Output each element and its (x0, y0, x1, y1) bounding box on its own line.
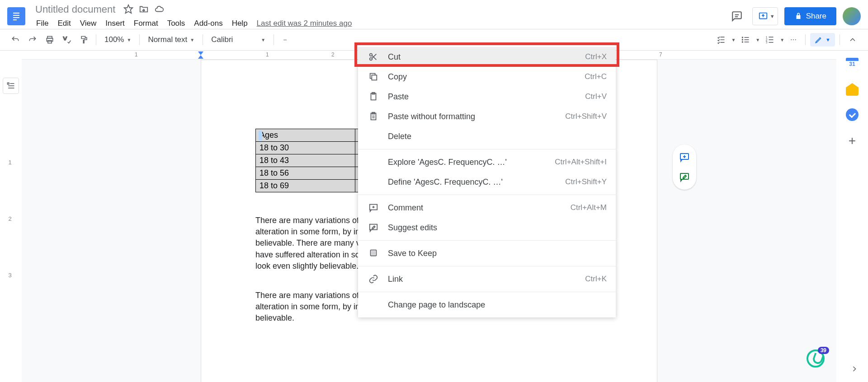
numbered-list-button[interactable]: 123 (762, 33, 778, 47)
context-menu-shortcut: Ctrl+K (585, 275, 607, 284)
context-menu-label: Delete (388, 132, 607, 141)
style-select[interactable]: Normal text▼ (143, 33, 199, 47)
font-decrease-button[interactable]: − (278, 33, 292, 47)
vertical-ruler: 1 2 3 (0, 51, 22, 382)
context-menu: CutCtrl+XCopyCtrl+CPasteCtrl+VPaste with… (358, 44, 616, 317)
bulleted-list-button[interactable] (737, 33, 754, 47)
svg-rect-1 (13, 13, 19, 14)
print-button[interactable] (42, 33, 58, 47)
menu-view[interactable]: View (76, 17, 100, 30)
context-menu-comment[interactable]: CommentCtrl+Alt+M (358, 198, 616, 218)
context-menu-label: Paste without formatting (388, 112, 565, 121)
indent-marker[interactable] (198, 51, 203, 55)
suggest-icon (367, 222, 380, 233)
svg-point-12 (742, 37, 743, 38)
ruler-tick: 1 (5, 159, 14, 166)
docs-icon (11, 10, 21, 23)
more-button[interactable]: ⋯ (786, 33, 801, 47)
context-menu-suggest-edits[interactable]: Suggest edits (358, 218, 616, 238)
grammarly-badge: 39 (818, 347, 829, 354)
editing-mode-button[interactable]: ▼ (810, 33, 835, 47)
context-menu-paste[interactable]: PasteCtrl+V (358, 87, 616, 107)
menu-file[interactable]: File (33, 17, 52, 30)
svg-rect-0 (11, 10, 21, 23)
floating-buttons (673, 144, 696, 190)
paint-format-button[interactable] (76, 33, 92, 47)
title-area: Untitled document File Edit View Insert … (33, 3, 728, 30)
context-menu-copy[interactable]: CopyCtrl+C (358, 67, 616, 87)
keep-icon[interactable] (846, 83, 859, 96)
move-icon[interactable] (139, 4, 149, 15)
document-title[interactable]: Untitled document (33, 3, 118, 16)
share-button[interactable]: Share (784, 7, 836, 25)
chevron-down-icon: ▼ (190, 37, 194, 42)
present-icon (758, 11, 768, 21)
add-addon-button[interactable]: + (849, 134, 856, 148)
collapse-side-panel[interactable] (850, 364, 859, 375)
menu-addons[interactable]: Add-ons (190, 17, 226, 30)
context-menu-shortcut: Ctrl+C (585, 72, 607, 81)
context-menu-label: Explore 'AgesC. FrequencyC. …' (388, 158, 555, 167)
grammarly-widget[interactable]: 39 (807, 349, 826, 369)
checklist-button[interactable] (713, 33, 729, 47)
bullet-dropdown[interactable]: ▼ (755, 37, 760, 42)
docs-logo[interactable] (7, 7, 25, 25)
redo-button[interactable] (24, 33, 41, 47)
menu-insert[interactable]: Insert (102, 17, 128, 30)
calendar-icon[interactable] (846, 58, 859, 70)
menu-tools[interactable]: Tools (164, 17, 189, 30)
context-menu-shortcut: Ctrl+X (585, 52, 607, 61)
font-select[interactable]: Calibri▼ (207, 33, 270, 47)
context-menu-label: Suggest edits (388, 223, 607, 233)
svg-point-13 (742, 39, 743, 40)
blank-icon (367, 157, 380, 168)
menu-edit[interactable]: Edit (54, 17, 74, 30)
cloud-icon[interactable] (154, 4, 164, 15)
present-button[interactable]: ▼ (752, 7, 778, 25)
menu-help[interactable]: Help (228, 17, 251, 30)
menu-format[interactable]: Format (130, 17, 162, 30)
context-menu-define-agesc-frequencyc[interactable]: Define 'AgesC. FrequencyC. …'Ctrl+Shift+… (358, 172, 616, 192)
ruler-tick: 2 (5, 215, 14, 222)
ruler-tick: 3 (5, 272, 14, 279)
context-menu-save-to-keep[interactable]: Save to Keep (358, 243, 616, 263)
user-avatar[interactable] (843, 7, 861, 25)
context-menu-label: Link (388, 275, 585, 284)
context-menu-change-page-to-landscape[interactable]: Change page to landscape (358, 295, 616, 315)
context-menu-delete[interactable]: Delete (358, 126, 616, 146)
last-edit-link[interactable]: Last edit was 2 minutes ago (253, 17, 356, 30)
star-icon[interactable] (123, 4, 133, 15)
svg-rect-2 (13, 15, 19, 16)
context-menu-cut[interactable]: CutCtrl+X (358, 47, 616, 67)
context-menu-explore-agesc-frequencyc[interactable]: Explore 'AgesC. FrequencyC. …'Ctrl+Alt+S… (358, 152, 616, 172)
pencil-icon (815, 36, 823, 44)
svg-marker-5 (124, 5, 132, 13)
context-menu-link[interactable]: LinkCtrl+K (358, 269, 616, 289)
spellcheck-button[interactable] (59, 33, 75, 47)
context-menu-separator (358, 149, 616, 149)
chevron-down-icon: ▼ (261, 37, 265, 42)
menu-bar: File Edit View Insert Format Tools Add-o… (33, 17, 728, 30)
indent-marker[interactable] (198, 55, 203, 59)
add-comment-button[interactable] (676, 149, 693, 165)
zoom-select[interactable]: 100%▼ (100, 33, 136, 47)
comments-icon[interactable] (728, 7, 746, 25)
ruler-tick: 1 (135, 51, 138, 58)
comment-icon (367, 202, 380, 213)
svg-rect-36 (372, 75, 377, 80)
numbered-dropdown[interactable]: ▼ (780, 37, 784, 42)
undo-button[interactable] (7, 33, 24, 47)
lock-icon (794, 12, 802, 20)
outline-button[interactable] (3, 78, 19, 94)
share-label: Share (806, 12, 826, 21)
checklist-dropdown[interactable]: ▼ (731, 37, 736, 42)
context-menu-paste-without-formatting[interactable]: Paste without formattingCtrl+Shift+V (358, 107, 616, 126)
tasks-icon[interactable] (846, 108, 859, 121)
collapse-button[interactable] (844, 33, 861, 47)
context-menu-label: Change page to landscape (388, 300, 607, 310)
copy-icon (367, 71, 380, 82)
context-menu-shortcut: Ctrl+Shift+Y (565, 177, 607, 186)
chevron-down-icon: ▼ (826, 37, 830, 42)
suggest-edit-button[interactable] (676, 169, 693, 185)
ruler-tick: 1 (266, 51, 269, 58)
